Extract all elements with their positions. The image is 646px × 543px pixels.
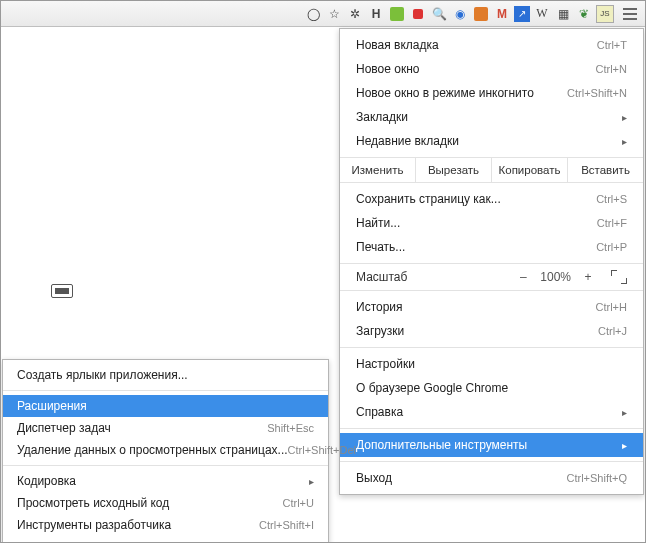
search-tools — [51, 284, 85, 298]
menu-shortcut: Ctrl+T — [597, 39, 627, 51]
magnify-icon[interactable]: 🔍 — [430, 5, 448, 23]
box-icon[interactable] — [472, 5, 490, 23]
zoom-in-button[interactable]: + — [581, 270, 595, 284]
gmail-icon[interactable]: M — [493, 5, 511, 23]
submenu-task-manager[interactable]: Диспетчер задач Shift+Esc — [3, 417, 328, 439]
star-icon[interactable]: ☆ — [325, 5, 343, 23]
bold-h-icon[interactable]: H — [367, 5, 385, 23]
chevron-right-icon: ▸ — [622, 440, 627, 451]
keyboard-icon[interactable] — [51, 284, 73, 298]
wiki-icon[interactable]: W — [533, 5, 551, 23]
arrow-icon[interactable]: ↗ — [514, 6, 530, 22]
chevron-right-icon: ▸ — [622, 136, 627, 147]
menu-about[interactable]: О браузере Google Chrome — [340, 376, 643, 400]
menu-more-tools[interactable]: Дополнительные инструменты ▸ — [340, 433, 643, 457]
separator — [3, 465, 328, 466]
menu-help[interactable]: Справка ▸ — [340, 400, 643, 424]
submenu-js-console[interactable]: Консоль JavaScript Ctrl+Shift+J — [3, 536, 328, 543]
submenu-create-shortcuts[interactable]: Создать ярлыки приложения... — [3, 364, 328, 386]
square-icon[interactable] — [409, 5, 427, 23]
menu-downloads[interactable]: Загрузки Ctrl+J — [340, 319, 643, 343]
chevron-right-icon: ▸ — [309, 476, 314, 487]
fullscreen-icon[interactable] — [611, 270, 627, 284]
menu-bookmarks[interactable]: Закладки ▸ — [340, 105, 643, 129]
edit-row: Изменить Вырезать Копировать Вставить — [340, 157, 643, 183]
more-tools-submenu: Создать ярлыки приложения... Расширения … — [2, 359, 329, 543]
separator — [3, 390, 328, 391]
separator — [340, 461, 643, 462]
submenu-dev-tools[interactable]: Инструменты разработчика Ctrl+Shift+I — [3, 514, 328, 536]
zoom-label: Масштаб — [356, 270, 516, 284]
js-icon[interactable]: JS — [596, 5, 614, 23]
zoom-row: Масштаб – 100% + — [340, 263, 643, 291]
menu-settings[interactable]: Настройки — [340, 352, 643, 376]
zoom-out-button[interactable]: – — [516, 270, 530, 284]
bug-icon[interactable]: ✲ — [346, 5, 364, 23]
menu-print[interactable]: Печать... Ctrl+P — [340, 235, 643, 259]
separator — [340, 428, 643, 429]
menu-recent-tabs[interactable]: Недавние вкладки ▸ — [340, 129, 643, 153]
edit-cut-button[interactable]: Вырезать — [416, 158, 492, 182]
browser-toolbar: ◯ ☆ ✲ H 🔍 ◉ M ↗ W ▦ ❦ JS — [1, 1, 645, 27]
zoom-value: 100% — [540, 270, 571, 284]
submenu-clear-browsing[interactable]: Удаление данных о просмотренных страница… — [3, 439, 328, 461]
submenu-encoding[interactable]: Кодировка ▸ — [3, 470, 328, 492]
qr-icon[interactable]: ▦ — [554, 5, 572, 23]
edit-change-button[interactable]: Изменить — [340, 158, 416, 182]
submenu-extensions[interactable]: Расширения — [3, 395, 328, 417]
menu-exit[interactable]: Выход Ctrl+Shift+Q — [340, 466, 643, 490]
submenu-view-source[interactable]: Просмотреть исходный код Ctrl+U — [3, 492, 328, 514]
separator — [340, 347, 643, 348]
menu-new-tab[interactable]: Новая вкладка Ctrl+T — [340, 33, 643, 57]
menu-history[interactable]: История Ctrl+H — [340, 295, 643, 319]
menu-new-window[interactable]: Новое окно Ctrl+N — [340, 57, 643, 81]
main-menu: Новая вкладка Ctrl+T Новое окно Ctrl+N Н… — [339, 28, 644, 495]
menu-save-as[interactable]: Сохранить страницу как... Ctrl+S — [340, 187, 643, 211]
menu-incognito[interactable]: Новое окно в режиме инкогнито Ctrl+Shift… — [340, 81, 643, 105]
o-icon[interactable]: ◯ — [304, 5, 322, 23]
edit-paste-button[interactable]: Вставить — [568, 158, 643, 182]
chevron-right-icon: ▸ — [622, 112, 627, 123]
menu-find[interactable]: Найти... Ctrl+F — [340, 211, 643, 235]
flag-icon[interactable] — [388, 5, 406, 23]
evernote-icon[interactable]: ❦ — [575, 5, 593, 23]
menu-label: Новая вкладка — [356, 38, 597, 52]
chevron-right-icon: ▸ — [622, 407, 627, 418]
menu-button[interactable] — [619, 4, 641, 24]
edit-copy-button[interactable]: Копировать — [492, 158, 568, 182]
globe-icon[interactable]: ◉ — [451, 5, 469, 23]
